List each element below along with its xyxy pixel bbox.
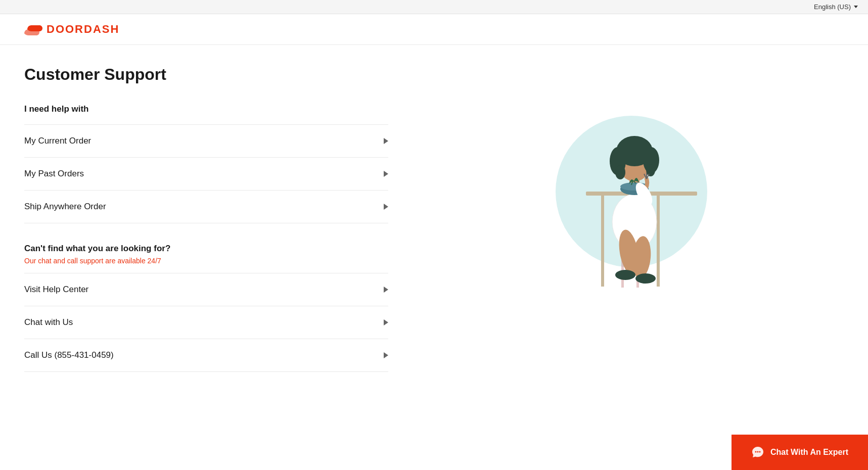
- help-section-label: I need help with: [24, 104, 388, 114]
- chat-bubble-icon: [751, 446, 764, 459]
- menu-item-past-orders[interactable]: My Past Orders: [24, 158, 388, 191]
- svg-point-23: [755, 451, 757, 453]
- left-panel: Customer Support I need help with My Cur…: [24, 65, 388, 372]
- menu-item-chat[interactable]: Chat with Us: [24, 306, 388, 339]
- svg-point-8: [615, 270, 635, 280]
- svg-point-15: [646, 164, 655, 176]
- menu-item-label: My Current Order: [24, 136, 91, 146]
- chevron-down-icon: [854, 6, 858, 8]
- chevron-right-icon: [384, 319, 388, 325]
- menu-item-help-center[interactable]: Visit Help Center: [24, 273, 388, 306]
- chevron-right-icon: [384, 171, 388, 177]
- cant-find-section: Can't find what you are looking for? Our…: [24, 244, 388, 265]
- logo-text: DOORDASH: [47, 23, 119, 36]
- menu-item-label: Call Us (855-431-0459): [24, 350, 114, 360]
- chevron-right-icon: [384, 287, 388, 293]
- chevron-right-icon: [384, 138, 388, 144]
- illustration: [535, 85, 727, 298]
- support-menu-list: Visit Help Center Chat with Us Call Us (…: [24, 273, 388, 372]
- menu-item-label: Chat with Us: [24, 317, 73, 327]
- menu-item-ship-anywhere[interactable]: Ship Anywhere Order: [24, 191, 388, 223]
- page-title: Customer Support: [24, 65, 388, 84]
- svg-point-14: [615, 165, 625, 179]
- menu-item-label: Ship Anywhere Order: [24, 202, 106, 212]
- top-bar: English (US): [0, 0, 868, 14]
- chevron-right-icon: [384, 352, 388, 358]
- svg-rect-2: [657, 196, 660, 287]
- menu-item-label: Visit Help Center: [24, 285, 88, 295]
- chat-button-label: Chat With An Expert: [770, 448, 848, 457]
- cant-find-title: Can't find what you are looking for?: [24, 244, 388, 254]
- menu-item-label: My Past Orders: [24, 169, 84, 179]
- svg-point-24: [757, 451, 759, 453]
- menu-item-call[interactable]: Call Us (855-431-0459): [24, 339, 388, 372]
- menu-item-current-order[interactable]: My Current Order: [24, 125, 388, 158]
- svg-point-25: [759, 451, 761, 453]
- header: DOORDASH: [0, 14, 868, 45]
- svg-point-9: [635, 273, 656, 284]
- right-panel: [419, 65, 844, 372]
- language-selector[interactable]: English (US): [814, 3, 858, 11]
- chevron-right-icon: [384, 204, 388, 210]
- illustration-svg: [535, 85, 727, 298]
- help-menu-list: My Current Order My Past Orders Ship Any…: [24, 124, 388, 223]
- cant-find-subtitle: Our chat and call support are available …: [24, 257, 388, 265]
- svg-rect-1: [601, 196, 604, 287]
- chat-with-expert-button[interactable]: Chat With An Expert: [732, 435, 868, 470]
- main-content: Customer Support I need help with My Cur…: [0, 45, 868, 392]
- logo[interactable]: DOORDASH: [24, 22, 844, 36]
- language-label: English (US): [814, 3, 851, 11]
- doordash-logo-icon: [24, 22, 42, 36]
